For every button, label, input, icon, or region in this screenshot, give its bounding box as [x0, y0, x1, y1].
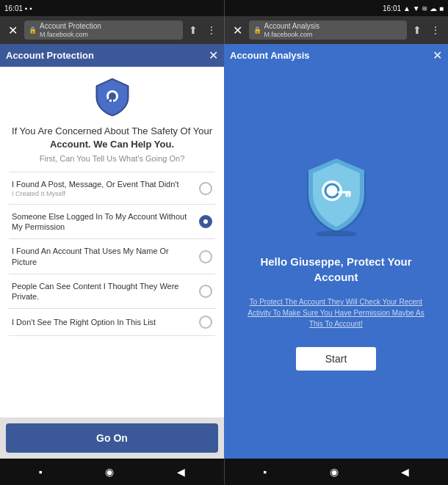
- right-panel-content: Hello Giuseppe, Protect Your Account To …: [224, 67, 448, 459]
- left-panel-header: Account Protection ✕: [0, 44, 224, 67]
- status-bars: 16:01 ▪ ▪ 16:01 ▲ ▼ ≋ ☁ ■: [0, 0, 448, 16]
- right-panel-title: Account Analysis: [230, 50, 310, 61]
- radio-1: [199, 182, 212, 195]
- option-text-5: I Don't See The Right Option In This Lis…: [12, 317, 199, 327]
- radio-5: [199, 316, 212, 329]
- svg-point-7: [316, 230, 357, 236]
- option-text-2: Someone Else Logged In To My Account Wit…: [12, 211, 199, 233]
- option-text-1: I Found A Post, Message, Or Event That D…: [12, 179, 199, 197]
- left-url-box[interactable]: 🔒 Account Protection M.facebook.com: [24, 21, 183, 40]
- right-time: 16:01: [383, 4, 401, 12]
- protect-desc: To Protect The Account They Will Check Y…: [239, 296, 433, 329]
- radio-3: [199, 250, 212, 263]
- go-on-button[interactable]: Go On: [6, 423, 218, 453]
- right-url-text: Account Analysis M.facebook.com: [264, 22, 320, 38]
- option-item-3[interactable]: I Found An Account That Uses My Name Or …: [9, 239, 215, 274]
- right-status-bar: 16:01 ▲ ▼ ≋ ☁ ■: [225, 0, 449, 16]
- left-bottom-nav: ▪ ◉ ◀: [0, 459, 224, 485]
- right-browser-bar: ✕ 🔒 Account Analysis M.facebook.com ⬆ ⋮: [225, 16, 449, 44]
- option-item-1[interactable]: I Found A Post, Message, Or Event That D…: [9, 172, 215, 204]
- start-button[interactable]: Start: [296, 347, 377, 371]
- left-panel-content: If You Are Concerned About The Safety Of…: [0, 67, 224, 417]
- right-url-box[interactable]: 🔒 Account Analysis M.facebook.com: [249, 21, 408, 40]
- right-bottom-nav: ▪ ◉ ◀: [225, 459, 449, 485]
- left-url-text: Account Protection M.facebook.com: [40, 22, 101, 38]
- bottom-navs: ▪ ◉ ◀ ▪ ◉ ◀: [0, 459, 448, 485]
- left-menu-icon[interactable]: ⋮: [203, 23, 220, 37]
- right-nav-circle[interactable]: ◉: [324, 463, 344, 481]
- option-item-5[interactable]: I Don't See The Right Option In This Lis…: [9, 309, 215, 336]
- left-share-icon[interactable]: ⬆: [186, 23, 200, 37]
- right-share-icon[interactable]: ⬆: [410, 23, 424, 37]
- left-lock-icon: 🔒: [29, 26, 37, 34]
- left-panel: Account Protection ✕ If You Are Concerne…: [0, 44, 224, 459]
- option-text-4: People Can See Content I Thought They We…: [12, 281, 199, 302]
- browser-bars: ✕ 🔒 Account Protection M.facebook.com ⬆ …: [0, 16, 448, 44]
- shield-wrench-icon: [94, 77, 131, 117]
- left-panel-title: Account Protection: [6, 50, 94, 61]
- right-nav-square[interactable]: ▪: [257, 463, 272, 481]
- left-status-bar: 16:01 ▪ ▪: [0, 0, 224, 16]
- right-nav-back[interactable]: ◀: [395, 463, 415, 481]
- left-nav-square[interactable]: ▪: [33, 463, 48, 481]
- radio-2: [199, 215, 212, 228]
- left-browser-bar: ✕ 🔒 Account Protection M.facebook.com ⬆ …: [0, 16, 224, 44]
- right-panel: Account Analysis ✕ Hello Gi: [224, 44, 448, 459]
- key-shield-icon: [300, 156, 373, 236]
- option-item-2[interactable]: Someone Else Logged In To My Account Wit…: [9, 205, 215, 240]
- left-subheading: First, Can You Tell Us What's Going On?: [40, 154, 185, 163]
- right-menu-icon[interactable]: ⋮: [427, 23, 444, 37]
- main-panels: Account Protection ✕ If You Are Concerne…: [0, 44, 448, 459]
- option-text-3: I Found An Account That Uses My Name Or …: [12, 246, 199, 267]
- left-footer: Go On: [0, 417, 224, 459]
- left-heading: If You Are Concerned About The Safety Of…: [12, 125, 212, 151]
- options-list: I Found A Post, Message, Or Event That D…: [9, 172, 215, 336]
- hello-text: Hello Giuseppe, Protect Your Account: [239, 254, 433, 285]
- right-panel-header: Account Analysis ✕: [224, 44, 448, 67]
- right-panel-close[interactable]: ✕: [433, 48, 442, 62]
- left-nav-back[interactable]: ◀: [171, 463, 191, 481]
- right-lock-icon: 🔒: [253, 26, 261, 34]
- radio-4: [199, 285, 212, 298]
- option-item-4[interactable]: People Can See Content I Thought They We…: [9, 274, 215, 310]
- left-status-icons: ▪ ▪: [25, 4, 32, 12]
- right-status-icons: ▲ ▼ ≋ ☁ ■: [403, 4, 444, 12]
- left-time: 16:01: [4, 4, 23, 12]
- left-nav-circle[interactable]: ◉: [99, 463, 120, 481]
- right-browser-close[interactable]: ✕: [229, 22, 246, 39]
- left-browser-close[interactable]: ✕: [4, 22, 21, 39]
- left-panel-close[interactable]: ✕: [209, 48, 218, 62]
